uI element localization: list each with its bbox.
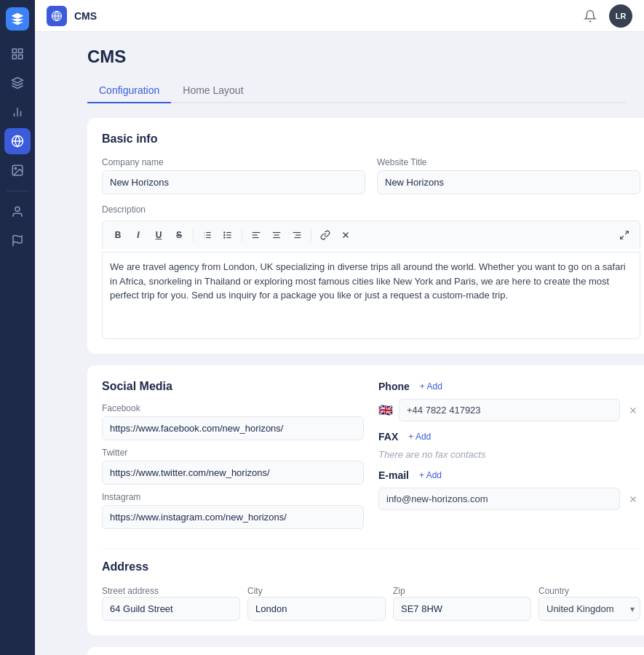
street-label: Street address — [102, 586, 159, 596]
tab-configuration[interactable]: Configuration — [87, 79, 171, 103]
rte-link-btn[interactable] — [316, 226, 335, 245]
facebook-input[interactable] — [102, 416, 364, 440]
svg-point-23 — [224, 237, 225, 238]
content-layout: Basic info Company name Website Title De… — [87, 118, 627, 655]
topbar-title: CMS — [74, 10, 97, 22]
tabs: Configuration Home Layout — [87, 79, 627, 103]
svg-rect-0 — [12, 49, 16, 52]
email-input[interactable] — [378, 488, 620, 510]
twitter-input[interactable] — [102, 461, 364, 485]
basic-info-card: Basic info Company name Website Title De… — [87, 118, 644, 354]
company-name-label: Company name — [102, 157, 365, 167]
sidebar-item-user[interactable] — [4, 199, 31, 225]
street-group: Street address — [102, 584, 240, 621]
user-avatar[interactable]: LR — [609, 4, 632, 28]
city-input[interactable] — [247, 597, 386, 621]
social-media-title: Social Media — [102, 380, 364, 393]
email-remove-btn[interactable] — [626, 492, 640, 507]
rte-align-center-btn[interactable] — [267, 226, 286, 245]
fax-header: FAX + Add — [378, 430, 640, 443]
fax-label: FAX — [378, 431, 398, 442]
instagram-input[interactable] — [102, 505, 364, 529]
basic-info-title: Basic info — [102, 132, 640, 146]
content-left: Basic info Company name Website Title De… — [87, 118, 644, 655]
svg-line-35 — [625, 231, 628, 234]
topbar-cms-icon — [47, 6, 67, 26]
contacts-col: Phone + Add 🇬🇧 — [378, 380, 640, 536]
country-group: Country United Kingdom United States Fra… — [538, 584, 640, 621]
phone-input-row: 🇬🇧 — [378, 399, 640, 421]
company-name-input[interactable] — [102, 170, 365, 194]
email-label: E-mail — [378, 469, 409, 481]
rte-separator-2 — [242, 229, 242, 242]
rte-unordered-list-btn[interactable] — [218, 226, 237, 245]
social-contacts-card: Social Media Facebook Twitter Instagram — [87, 365, 644, 635]
phone-flag: 🇬🇧 — [378, 403, 393, 417]
sidebar-item-media[interactable] — [4, 157, 31, 183]
social-media-col: Social Media Facebook Twitter Instagram — [102, 380, 364, 536]
zip-label: Zip — [393, 586, 405, 596]
website-title-input[interactable] — [377, 170, 640, 194]
city-label: City — [247, 586, 263, 596]
phone-section: Phone + Add 🇬🇧 — [378, 380, 640, 421]
rte-toolbar: B I U S — [102, 221, 640, 249]
email-input-row — [378, 488, 640, 510]
sidebar-item-layers[interactable] — [4, 70, 31, 96]
address-row: Street address City Zip Country — [102, 584, 640, 621]
website-title-label: Website Title — [377, 157, 640, 167]
phone-remove-btn[interactable] — [626, 403, 640, 418]
twitter-group: Twitter — [102, 448, 364, 485]
country-select[interactable]: United Kingdom United States France Germ… — [538, 597, 640, 621]
rte-ordered-list-btn[interactable] — [198, 226, 217, 245]
address-title: Address — [102, 560, 640, 573]
rte-strikethrough-btn[interactable]: S — [170, 226, 188, 245]
svg-point-22 — [224, 234, 225, 235]
email-header: E-mail + Add — [378, 469, 640, 482]
sidebar-divider — [7, 191, 28, 191]
fax-section: FAX + Add There are no fax contacts — [378, 430, 640, 460]
zip-input[interactable] — [393, 597, 531, 621]
rte-expand-btn[interactable] — [615, 226, 634, 245]
svg-rect-2 — [12, 55, 16, 59]
country-label: Country — [538, 586, 569, 596]
company-website-row: Company name Website Title — [102, 157, 640, 194]
rte-separator-1 — [193, 229, 194, 242]
sidebar-item-chart[interactable] — [4, 99, 31, 125]
rte-underline-btn[interactable]: U — [149, 226, 168, 245]
twitter-label: Twitter — [102, 448, 364, 458]
phone-input[interactable] — [399, 399, 620, 421]
svg-rect-3 — [19, 55, 23, 59]
rte-bold-btn[interactable]: B — [108, 226, 127, 245]
social-contacts-layout: Social Media Facebook Twitter Instagram — [102, 380, 640, 536]
rte-separator-3 — [311, 229, 311, 242]
main-content: CMS Configuration Home Layout Basic info… — [70, 32, 644, 655]
sidebar-item-cms[interactable] — [4, 128, 31, 154]
description-group: Description B I U S — [102, 205, 640, 339]
country-select-wrapper: United Kingdom United States France Germ… — [538, 597, 640, 621]
website-title-group: Website Title — [377, 157, 640, 194]
instagram-label: Instagram — [102, 492, 364, 502]
rte-align-right-btn[interactable] — [287, 226, 306, 245]
tab-home-layout[interactable]: Home Layout — [171, 79, 255, 103]
city-group: City — [247, 584, 386, 621]
notification-bell[interactable] — [579, 4, 602, 28]
sidebar-item-flag[interactable] — [4, 228, 31, 254]
sidebar-logo[interactable] — [6, 7, 29, 31]
rte-align-left-btn[interactable] — [247, 226, 266, 245]
email-section: E-mail + Add — [378, 469, 640, 510]
rte-clear-btn[interactable] — [336, 226, 355, 245]
rte-italic-btn[interactable]: I — [129, 226, 148, 245]
phone-add-btn[interactable]: + Add — [416, 380, 447, 393]
phone-label: Phone — [378, 381, 410, 392]
email-add-btn[interactable]: + Add — [415, 469, 446, 482]
theme-card: Theme Preset Blue Red Green Purple — [87, 647, 644, 655]
facebook-group: Facebook — [102, 403, 364, 440]
fax-no-contacts: There are no fax contacts — [378, 449, 640, 460]
sidebar — [0, 0, 35, 655]
svg-rect-1 — [19, 49, 23, 52]
sidebar-item-grid[interactable] — [4, 41, 31, 67]
fax-add-btn[interactable]: + Add — [404, 430, 435, 443]
description-editor[interactable]: We are travel agency from London, UK spe… — [102, 252, 640, 339]
svg-point-10 — [15, 167, 16, 169]
street-input[interactable] — [102, 597, 240, 621]
